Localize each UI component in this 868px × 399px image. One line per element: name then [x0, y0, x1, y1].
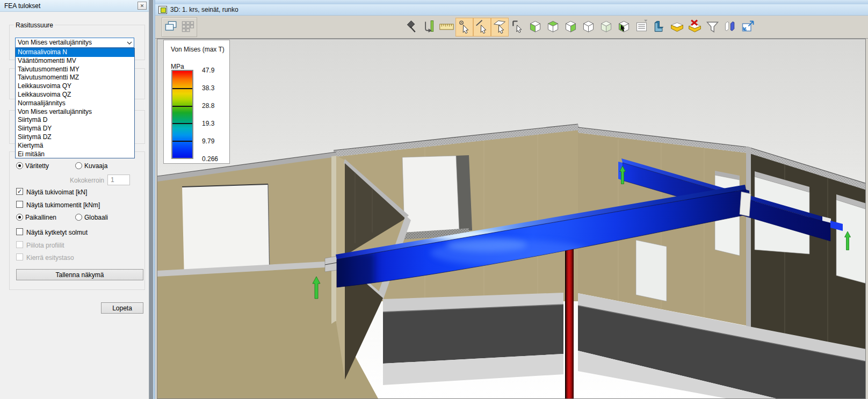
slabs-icon[interactable] — [721, 18, 739, 37]
dialog-titlebar[interactable]: FEA tulokset ✕ — [0, 0, 149, 12]
checkbox-hide-profiles-label: Piilota profiilit — [26, 242, 64, 249]
snap-plane-icon[interactable] — [491, 18, 509, 37]
pick-area-icon[interactable] — [509, 18, 526, 37]
main-toolbar — [402, 18, 757, 37]
legend-tick-value: 47.9 — [202, 67, 214, 74]
quit-button[interactable]: Lopeta — [101, 302, 143, 314]
view-cube-solid-icon[interactable] — [597, 18, 615, 37]
chevron-down-icon — [126, 40, 133, 46]
viewport-3d[interactable]: Von Mises (max T) MPa 47.938.328.819.39.… — [157, 39, 866, 399]
viewport-toolbar — [155, 16, 868, 39]
box-open-icon[interactable] — [668, 18, 686, 37]
scale-factor-label: Kokokerroin — [70, 177, 104, 184]
viewport-title: 3D: 1. krs, seinät, runko — [170, 6, 238, 13]
window-buttons-panel — [162, 17, 197, 37]
dropdown-item[interactable]: Vääntömomentti MV — [16, 57, 134, 66]
close-icon[interactable]: ✕ — [138, 2, 147, 10]
tile-windows-icon[interactable] — [180, 19, 196, 35]
checkbox-support-moments-label: Näytä tukimomentit [kNm] — [26, 201, 100, 209]
legend-tick-value: 38.3 — [202, 84, 214, 92]
dropdown-item[interactable]: Siirtymä D — [16, 116, 134, 125]
window-frame-top — [153, 0, 868, 4]
expand-view-icon[interactable] — [739, 18, 757, 37]
view-cube-wireframe-icon[interactable] — [580, 18, 597, 37]
dropdown-item[interactable]: Leikkausvoima QZ — [16, 91, 134, 99]
checkbox-connected-nodes[interactable] — [16, 228, 23, 235]
groupbox-label: Rasitussuure — [14, 21, 55, 29]
report-list-icon[interactable] — [633, 18, 650, 37]
checkbox-connected-nodes-label: Näytä kytketyt solmut — [26, 229, 88, 236]
ruler-icon[interactable] — [438, 18, 455, 37]
legend-tick-value: 0.266 — [202, 155, 218, 163]
dropdown-item[interactable]: Kiertymä — [16, 142, 134, 150]
dropdown-item[interactable]: Taivutusmomentti MZ — [16, 74, 134, 82]
scale-factor-field[interactable]: 1 — [107, 175, 130, 185]
view-cube-side-icon[interactable] — [562, 18, 580, 37]
save-view-button[interactable]: Tallenna näkymä — [16, 269, 143, 280]
fea-results-dialog: FEA tulokset ✕ Rasitussuure Von Mises ve… — [0, 0, 149, 399]
stress-legend: Von Mises (max T) MPa 47.938.328.819.39.… — [163, 40, 230, 164]
legend-color-bar — [171, 70, 193, 159]
view-cube-top-icon[interactable] — [544, 18, 562, 37]
dropdown-item[interactable]: Leikkausvoima QY — [16, 82, 134, 91]
stress-quantity-combobox[interactable]: Von Mises vertailujännitys — [15, 38, 134, 48]
profile-icon[interactable] — [650, 18, 668, 37]
legend-tick-value: 9.79 — [202, 137, 214, 145]
dropdown-item[interactable]: Normaalivoima N — [16, 48, 134, 57]
radio-colored-label: Väritetty — [25, 162, 49, 170]
dropdown-item[interactable]: Taivutusmomentti MY — [16, 66, 134, 74]
dialog-title: FEA tulokset — [4, 2, 40, 10]
radio-graph-label: Kuvaaja — [84, 162, 107, 170]
pin-icon[interactable] — [402, 18, 420, 37]
box-delete-icon[interactable] — [686, 18, 704, 37]
app-root: FEA tulokset ✕ Rasitussuure Von Mises ve… — [0, 0, 868, 399]
radio-colored[interactable] — [16, 162, 23, 169]
viewport-titlebar[interactable]: 3D: 1. krs, seinät, runko — [155, 4, 868, 16]
radio-local[interactable] — [16, 214, 23, 221]
window-frame-left — [153, 0, 155, 399]
dropdown-item[interactable]: Normaalijännitys — [16, 99, 134, 108]
checkbox-rotate-plane — [16, 253, 23, 260]
column-red[interactable] — [565, 243, 574, 399]
select-solid-icon[interactable] — [615, 18, 633, 37]
dropdown-item[interactable]: Ei mitään — [16, 150, 134, 158]
check-icon: ✓ — [17, 188, 22, 194]
checkbox-support-forces[interactable]: ✓ — [16, 188, 23, 195]
window-app-icon — [158, 6, 167, 14]
checkbox-hide-profiles — [16, 241, 23, 248]
3d-scene[interactable] — [157, 39, 866, 399]
view-cube-front-icon[interactable] — [526, 18, 544, 37]
radio-graph[interactable] — [75, 162, 82, 169]
radio-local-label: Paikallinen — [25, 214, 56, 221]
dropdown-list[interactable]: Normaalivoima NVääntömomentti MVTaivutus… — [15, 48, 135, 158]
radio-global[interactable] — [75, 214, 82, 221]
checkbox-support-forces-label: Näytä tukivoimat [kN] — [26, 188, 87, 196]
radio-global-label: Globaali — [84, 214, 108, 221]
beam-connector-plate — [740, 192, 751, 216]
legend-unit: MPa — [171, 63, 184, 70]
dropdown-item[interactable]: Siirtymä DY — [16, 125, 134, 133]
checkbox-rotate-plane-label: Kierrä esitystaso — [26, 254, 74, 262]
legend-tick-value: 28.8 — [202, 102, 214, 110]
dropdown-item[interactable]: Siirtymä DZ — [16, 133, 134, 142]
cascade-windows-icon[interactable] — [163, 19, 179, 35]
snap-point-icon[interactable] — [455, 18, 473, 37]
filter-icon[interactable] — [704, 18, 721, 37]
legend-title: Von Mises (max T) — [171, 46, 225, 53]
snap-line-icon[interactable] — [473, 18, 491, 37]
dropdown-item[interactable]: Von Mises vertailujännitys — [16, 108, 134, 117]
combobox-value: Von Mises vertailujännitys — [18, 39, 92, 46]
checkbox-support-moments[interactable] — [16, 201, 23, 208]
legend-tick-value: 19.3 — [202, 120, 214, 127]
measure-height-icon[interactable] — [420, 18, 438, 37]
